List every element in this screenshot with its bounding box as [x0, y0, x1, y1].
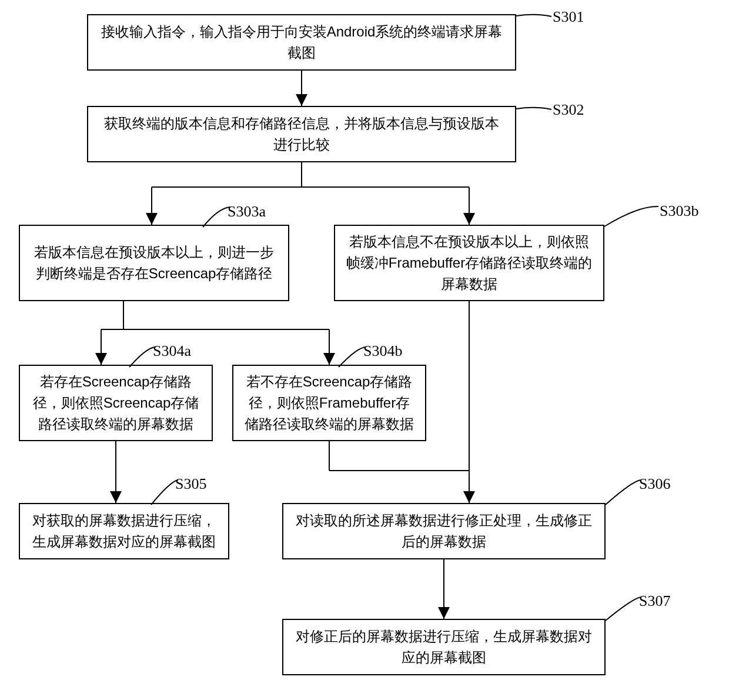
step-s301-text: 接收输入指令，输入指令用于向安装Android系统的终端请求屏幕截图	[99, 21, 504, 64]
step-s303b-text: 若版本信息不在预设版本以上，则依照帧缓冲Framebuffer存储路径读取终端的…	[346, 231, 593, 295]
step-s307-box: 对修正后的屏幕数据进行压缩，生成屏幕数据对应的屏幕截图	[282, 619, 606, 675]
step-s304b-box: 若不存在Screencap存储路径，则依照Framebuffer存储路径读取终端…	[232, 365, 426, 441]
step-s303b-label: S303b	[660, 202, 698, 220]
step-s304a-box: 若存在Screencap存储路径，则依照Screencap存储路径读取终端的屏幕…	[19, 365, 213, 441]
step-s301-box: 接收输入指令，输入指令用于向安装Android系统的终端请求屏幕截图	[87, 14, 516, 71]
step-s304a-label: S304a	[153, 342, 191, 360]
step-s305-text: 对获取的屏幕数据进行压缩，生成屏幕数据对应的屏幕截图	[31, 510, 218, 552]
step-s303a-text: 若版本信息在预设版本以上，则进一步判断终端是否存在Screencap存储路径	[31, 242, 277, 284]
step-s302-box: 获取终端的版本信息和存储路径信息，并将版本信息与预设版本进行比较	[87, 106, 516, 162]
step-s302-label: S302	[553, 101, 584, 119]
step-s303b-box: 若版本信息不在预设版本以上，则依照帧缓冲Framebuffer存储路径读取终端的…	[334, 225, 604, 301]
step-s307-text: 对修正后的屏幕数据进行压缩，生成屏幕数据对应的屏幕截图	[294, 626, 594, 668]
step-s303a-label: S303a	[228, 203, 266, 221]
step-s303a-box: 若版本信息在预设版本以上，则进一步判断终端是否存在Screencap存储路径	[19, 225, 289, 301]
step-s305-box: 对获取的屏幕数据进行压缩，生成屏幕数据对应的屏幕截图	[19, 503, 229, 559]
step-s305-label: S305	[175, 475, 206, 493]
step-s304b-label: S304b	[363, 342, 402, 360]
step-s301-label: S301	[553, 8, 584, 26]
step-s307-label: S307	[639, 592, 670, 610]
step-s306-box: 对读取的所述屏幕数据进行修正处理，生成修正后的屏幕数据	[282, 503, 606, 559]
step-s304b-text: 若不存在Screencap存储路径，则依照Framebuffer存储路径读取终端…	[244, 371, 414, 435]
step-s302-text: 获取终端的版本信息和存储路径信息，并将版本信息与预设版本进行比较	[99, 113, 504, 155]
step-s306-text: 对读取的所述屏幕数据进行修正处理，生成修正后的屏幕数据	[294, 510, 594, 552]
step-s306-label: S306	[639, 475, 670, 493]
step-s304a-text: 若存在Screencap存储路径，则依照Screencap存储路径读取终端的屏幕…	[31, 371, 201, 435]
